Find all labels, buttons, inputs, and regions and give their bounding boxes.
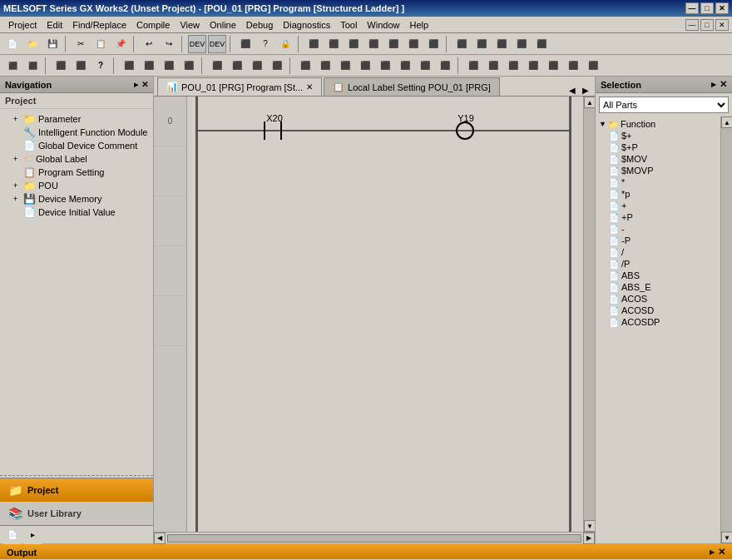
- func-item-dollar-mov[interactable]: 📄 $MOV: [597, 153, 719, 165]
- tb-btn-17[interactable]: ⬛: [532, 35, 551, 53]
- tb2-btn-15[interactable]: ⬛: [336, 57, 354, 75]
- func-item-minus-p[interactable]: 📄 -P: [597, 235, 719, 246]
- selection-close-icon[interactable]: ✕: [720, 79, 727, 90]
- nav-tab-user-library[interactable]: 📚 User Library: [0, 502, 153, 525]
- func-item-dollar-plus-p[interactable]: 📄 $+P: [597, 141, 719, 153]
- func-item-abs[interactable]: 📄 ABS: [597, 270, 719, 281]
- tb2-btn-19[interactable]: ⬛: [416, 57, 434, 75]
- func-vscroll-down[interactable]: ▼: [721, 532, 732, 543]
- tb2-btn-2[interactable]: ⬛: [23, 57, 42, 75]
- tb2-btn-18[interactable]: ⬛: [396, 57, 414, 75]
- tb-btn-7[interactable]: ⬛: [324, 35, 343, 53]
- tb2-btn-21[interactable]: ⬛: [464, 57, 482, 75]
- output-close-icon[interactable]: ✕: [718, 547, 725, 558]
- new-button[interactable]: 📄: [3, 35, 22, 53]
- tree-item-global-label[interactable]: + 🏷 Global Label: [2, 152, 151, 166]
- tb2-btn-5[interactable]: ⬛: [120, 57, 138, 75]
- tree-item-intelligent-function[interactable]: 🔧 Intelligent Function Module: [2, 126, 151, 139]
- tb2-btn-4[interactable]: ⬛: [72, 57, 90, 75]
- func-vscroll-up[interactable]: ▲: [721, 116, 732, 128]
- menu-compile[interactable]: Compile: [131, 18, 175, 32]
- func-item-abs-e[interactable]: 📄 ABS_E: [597, 281, 719, 293]
- tb2-btn-6[interactable]: ⬛: [140, 57, 158, 75]
- func-item-plus[interactable]: 📄 +: [597, 200, 719, 211]
- expand-global-label[interactable]: +: [13, 155, 23, 163]
- tb-btn-6[interactable]: ⬛: [304, 35, 323, 53]
- tab-prev-button[interactable]: ◀: [566, 85, 578, 96]
- menu-online[interactable]: Online: [205, 18, 241, 32]
- tb-btn-12[interactable]: ⬛: [424, 35, 443, 53]
- tb2-btn-7[interactable]: ⬛: [160, 57, 178, 75]
- save-button[interactable]: 💾: [43, 35, 62, 53]
- expand-device-memory[interactable]: +: [13, 195, 23, 203]
- func-item-acos[interactable]: 📄 ACOS: [597, 293, 719, 305]
- tab-pou01[interactable]: 📊 POU_01 [PRG] Program [St... ✕: [157, 77, 322, 96]
- tree-item-global-device-comment[interactable]: 📄 Global Device Comment: [2, 139, 151, 152]
- tree-item-device-initial-value[interactable]: 📄 Device Initial Value: [2, 206, 151, 219]
- menu-window[interactable]: Window: [362, 18, 404, 32]
- tb2-btn-26[interactable]: ⬛: [564, 57, 582, 75]
- tb2-btn-25[interactable]: ⬛: [544, 57, 562, 75]
- output-pin-icon[interactable]: ▸: [710, 547, 715, 558]
- func-item-dollar-movp[interactable]: 📄 $MOVP: [597, 165, 719, 176]
- tab-local-label[interactable]: 📋 Local Label Setting POU_01 [PRG]: [324, 77, 500, 96]
- func-vscroll-track[interactable]: [721, 128, 732, 532]
- tb2-btn-13[interactable]: ⬛: [296, 57, 314, 75]
- tb2-btn-16[interactable]: ⬛: [356, 57, 374, 75]
- tb2-btn-27[interactable]: ⬛: [584, 57, 602, 75]
- tab-next-button[interactable]: ▶: [580, 85, 591, 96]
- tb2-btn-3[interactable]: ⬛: [52, 57, 70, 75]
- nav-pin-icon[interactable]: ▸: [134, 80, 138, 89]
- func-item-acosd[interactable]: 📄 ACOSD: [597, 305, 719, 316]
- hscroll-right[interactable]: ▶: [583, 533, 595, 544]
- func-item-plus-p[interactable]: 📄 +P: [597, 211, 719, 223]
- close-button[interactable]: ✕: [715, 2, 729, 14]
- tb-btn-1[interactable]: DEV: [188, 35, 206, 53]
- tb2-btn-8[interactable]: ⬛: [180, 57, 198, 75]
- vscroll-up[interactable]: ▲: [584, 97, 595, 108]
- tb-btn-14[interactable]: ⬛: [472, 35, 491, 53]
- tb-btn-3[interactable]: ⬛: [236, 35, 255, 53]
- tree-item-pou[interactable]: + 📁 POU: [2, 179, 151, 192]
- nav-bottom-btn-2[interactable]: ▸: [23, 526, 42, 544]
- app-maximize-button[interactable]: □: [700, 19, 714, 31]
- app-minimize-button[interactable]: —: [685, 19, 699, 31]
- tb2-btn-12[interactable]: ⬛: [268, 57, 286, 75]
- menu-diagnostics[interactable]: Diagnostics: [278, 18, 335, 32]
- tb-btn-5[interactable]: 🔒: [276, 35, 294, 53]
- expand-parameter[interactable]: +: [13, 115, 23, 123]
- expand-pou[interactable]: +: [13, 181, 23, 190]
- redo-button[interactable]: ↪: [160, 35, 178, 53]
- maximize-button[interactable]: □: [700, 2, 714, 14]
- ladder-diagram[interactable]: X20 Y19: [187, 97, 583, 532]
- func-item-acosdp[interactable]: 📄 ACOSDP: [597, 316, 719, 328]
- paste-button[interactable]: 📌: [111, 35, 130, 53]
- func-item-minus[interactable]: 📄 -: [597, 223, 719, 235]
- tb-btn-8[interactable]: ⬛: [344, 35, 363, 53]
- selection-pin-icon[interactable]: ▸: [711, 79, 716, 90]
- help-button[interactable]: ?: [92, 57, 110, 75]
- menu-tool[interactable]: Tool: [335, 18, 362, 32]
- app-close-button[interactable]: ✕: [715, 19, 729, 31]
- copy-button[interactable]: 📋: [92, 35, 110, 53]
- menu-help[interactable]: Help: [404, 18, 433, 32]
- menu-project[interactable]: Project: [3, 18, 42, 32]
- tb-btn-15[interactable]: ⬛: [492, 35, 511, 53]
- tb2-btn-17[interactable]: ⬛: [376, 57, 394, 75]
- menu-edit[interactable]: Edit: [42, 18, 67, 32]
- tb-btn-9[interactable]: ⬛: [364, 35, 383, 53]
- tb2-btn-24[interactable]: ⬛: [524, 57, 542, 75]
- tb-btn-4[interactable]: ?: [256, 35, 274, 53]
- nav-close-icon[interactable]: ✕: [141, 80, 148, 89]
- nav-tab-project[interactable]: 📁 Project: [0, 478, 153, 502]
- vscroll-track[interactable]: [584, 108, 595, 520]
- tree-item-device-memory[interactable]: + 💾 Device Memory: [2, 192, 151, 206]
- cut-button[interactable]: ✂: [72, 35, 90, 53]
- tb2-btn-23[interactable]: ⬛: [504, 57, 522, 75]
- tb-btn-2[interactable]: DEV: [208, 35, 226, 53]
- menu-find-replace[interactable]: Find/Replace: [67, 18, 131, 32]
- func-item-slash[interactable]: 📄 /: [597, 246, 719, 258]
- tb2-btn-14[interactable]: ⬛: [316, 57, 334, 75]
- tb-btn-16[interactable]: ⬛: [512, 35, 531, 53]
- func-item-slash-p[interactable]: 📄 /P: [597, 258, 719, 270]
